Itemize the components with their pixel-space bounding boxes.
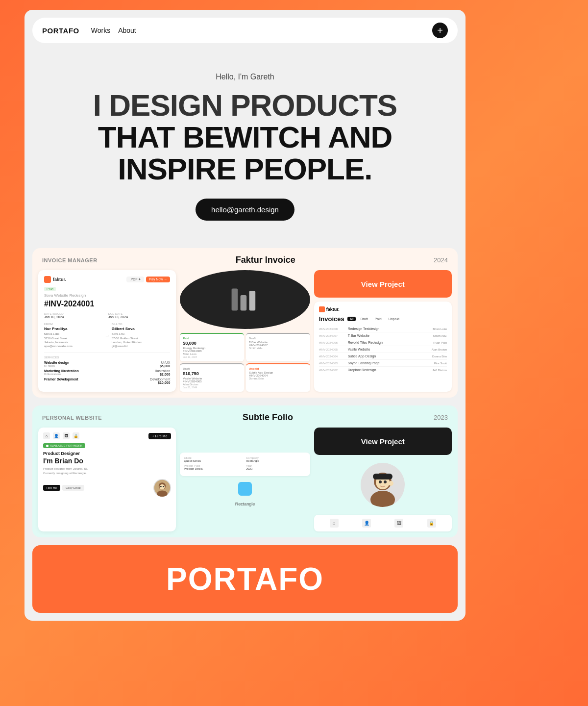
nav-plus-button[interactable]: + (432, 23, 448, 38)
headline-line1: I DESIGN PRODUCTS (93, 88, 397, 122)
list-row-2: #INV-2024007 T-Bar Website Smith Adv. (319, 332, 447, 339)
invoice-middle: Paid $8,000 Energy Redesign #INV-2024008… (176, 270, 314, 392)
nav-about[interactable]: About (118, 26, 136, 34)
folio-copy-btn[interactable]: Copy Email (62, 485, 84, 491)
inv-bill-city: London, United Kindom (112, 340, 171, 344)
row2-desc: T-Bar Website (346, 334, 433, 337)
projects-list: INVOICE MANAGER Faktur Invoice 2024 fakt… (24, 248, 466, 537)
row6-desc: Soyon Landing Page (346, 361, 434, 365)
inv-parties: FROM Nur Praditya Morva Labs 5756 Great … (44, 323, 170, 349)
folio-desc: Product designer from Jakarta, ID.Curren… (43, 467, 171, 475)
tab-draft[interactable]: Draft (358, 317, 370, 321)
invoice-view-project-btn[interactable]: View Project (314, 270, 452, 298)
inv-from-name: Nur Praditya (44, 327, 103, 331)
inv-mini-status-2: Draft (249, 337, 307, 340)
inv-svc1-type: UI/UX (160, 361, 170, 364)
inv-from-address: 5756 Great Street (44, 336, 103, 340)
brand-logo: PORTAFO (42, 26, 79, 35)
invoice-card-header: INVOICE MANAGER Faktur Invoice 2024 (32, 248, 458, 270)
list-row-3: #INV-2024006 Revolid Tiles Redesign Ryan… (319, 339, 447, 346)
headline-line3: INSPIRE PEOPLE. (118, 152, 372, 186)
invoice-logo-circle (180, 270, 310, 329)
row1-desc: Redesign Testdesign (346, 327, 433, 330)
list-row-4: #INV-2024005 Vasile Website Alan Bruton (319, 346, 447, 353)
row7-person: Jeff Bistros (432, 369, 447, 372)
svg-rect-2 (249, 291, 256, 311)
svg-point-7 (160, 486, 162, 487)
svg-point-6 (160, 484, 165, 490)
inv-dates: DATE ISSUED Jan 10, 2024 DUE DATE Jan 13… (44, 312, 170, 319)
tab-all[interactable]: All (347, 317, 356, 321)
footer-brand-section: PORTAFO (32, 545, 458, 613)
inv-service-row-3: Framer Development Development $10,000 (44, 378, 170, 384)
svg-rect-15 (373, 474, 392, 479)
folio-available-badge: AVAILABLE FOR WORK (43, 443, 85, 448)
inv-svc1-name: Website design (44, 361, 69, 364)
inv-list-logo: faktur. (319, 306, 340, 312)
folio-detail-card: Client Quest Series Company Rectangle Pr… (180, 453, 310, 476)
inv-btns: .PDF ✦ Pay Now → (126, 277, 170, 282)
inv-issued-val: Jan 10, 2024 (44, 315, 106, 319)
inv-mini-name-4: Donna Brio (249, 377, 307, 380)
invoice-list-mockup: faktur. Invoices All Draft Paid Unpaid (314, 302, 452, 392)
folio-nav-home: ⌂ (330, 519, 339, 528)
invoice-category: INVOICE MANAGER (42, 257, 98, 263)
folio-view-project-btn[interactable]: View Project (314, 428, 452, 455)
inv-bill-label: BILL TO (112, 323, 171, 326)
inv-mini-amount-1: $8,000 (183, 341, 241, 346)
navbar: PORTAFO Works About + (32, 18, 458, 43)
nav-works[interactable]: Works (91, 26, 110, 34)
folio-name: I'm Brian Do (43, 457, 171, 465)
inv-mini-name-2: Smith Adv. (249, 347, 307, 350)
folio-company-val: Rectangle (246, 459, 306, 462)
inv-mini-amount-3: $10,750 (183, 371, 241, 376)
folio-card-header: PERSONAL WEBSITE Subtle Folio 2023 (32, 405, 458, 428)
folio-hire-btn-nav[interactable]: + Hire Me (148, 433, 172, 439)
svg-point-14 (384, 480, 387, 483)
inv-from-label: FROM (44, 323, 103, 326)
row3-id: #INV-2024006 (319, 341, 346, 344)
folio-middle: Client Quest Series Company Rectangle Pr… (176, 428, 314, 531)
inv-svc1-price: $5,000 (160, 364, 170, 368)
inv-bill-address: 57-58 Golden Street (112, 336, 171, 340)
inv-services-label: SERVICES (44, 356, 170, 359)
folio-lock-icon: 🔒 (73, 432, 79, 439)
folio-hire-btn-card[interactable]: Hire Me (43, 485, 60, 491)
inv-mini-card-3: Draft $10,750 Vasile Website #INV-202400… (180, 363, 244, 392)
folio-avatar-big (361, 463, 405, 507)
list-row-5: #INV-2024004 Subtle App Design Donna Bri… (319, 353, 447, 360)
folio-nav: ⌂ 👤 🖼 🔒 + Hire Me (43, 432, 171, 439)
inv-svc3-type: Development (150, 378, 170, 381)
inv-pay-btn[interactable]: Pay Now → (146, 277, 170, 282)
inv-status-badge: Paid (44, 287, 56, 291)
row4-id: #INV-2024005 (319, 348, 346, 351)
inv-mini-card-2: Draft T-Bar Website #INV-2024007 Smith A… (246, 333, 310, 361)
row5-person: Donna Brio (432, 355, 447, 358)
folio-nav-gallery: 🖼 (394, 519, 403, 528)
svg-point-8 (163, 486, 165, 487)
row7-id: #INV-2024002 (319, 369, 346, 372)
folio-mockup: ⌂ 👤 🖼 🔒 + Hire Me AVAILABLE FOR WORK Pro… (38, 428, 176, 531)
invoice-card-body: faktur. .PDF ✦ Pay Now → Paid Sova Websi… (32, 270, 458, 398)
folio-bottom-btns: Hire Me Copy Email (43, 485, 84, 491)
cta-email-button[interactable]: hello@gareth.design (196, 199, 294, 221)
row1-person: Brian Luke (433, 328, 447, 330)
faktur-logo-svg (206, 282, 284, 317)
folio-detail-row-2: Project Type Product Desig. Year 2023 (184, 464, 306, 470)
svg-rect-0 (232, 289, 238, 311)
inv-arrow-icon: → (105, 333, 110, 338)
inv-pdf-btn[interactable]: .PDF ✦ (126, 277, 144, 282)
invoice-year: 2024 (434, 256, 448, 264)
inv-mini-date-1: Jan 10, 2024 (183, 355, 241, 358)
tab-paid[interactable]: Paid (372, 317, 384, 321)
hero-headline: I DESIGN PRODUCTS THAT BEWITCH AND INSPI… (44, 89, 446, 185)
row4-desc: Vasile Website (346, 348, 432, 351)
folio-year-val: 2023 (246, 467, 306, 470)
svg-rect-1 (241, 295, 247, 311)
svg-point-16 (389, 481, 393, 486)
tab-unpaid[interactable]: Unpaid (386, 317, 402, 321)
row2-person: Smith Adv. (433, 334, 447, 337)
list-row-6: #INV-2024003 Soyon Landing Page Pira Sco… (319, 360, 447, 367)
inv-list-logo-icon (319, 306, 325, 312)
list-row-1: #INV-2024008 Redesign Testdesign Brian L… (319, 326, 447, 332)
